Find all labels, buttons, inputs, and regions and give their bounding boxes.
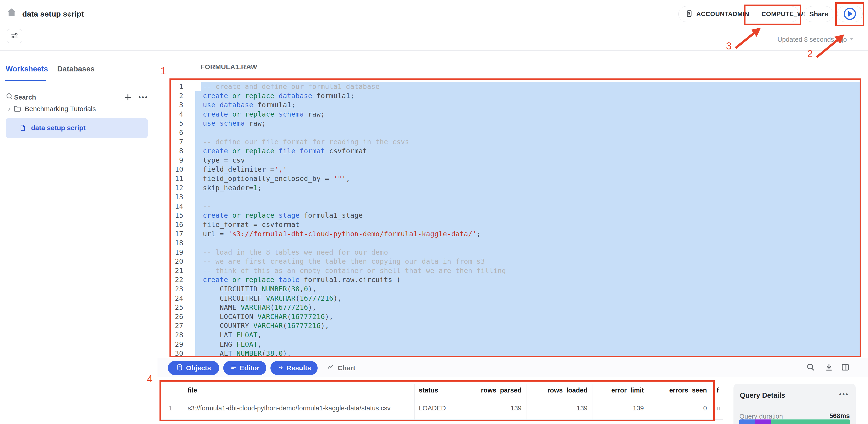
- line-number: 3: [171, 100, 183, 110]
- chevron-right-icon: [7, 106, 12, 113]
- code-line: 11field_optionally_enclosed_by = '"',: [171, 174, 860, 184]
- new-worksheet-button[interactable]: [122, 91, 134, 103]
- table-cell[interactable]: 139: [593, 397, 649, 420]
- line-number: 28: [171, 331, 183, 340]
- split-view-button[interactable]: [839, 362, 851, 374]
- line-number: 14: [171, 202, 183, 211]
- line-number: 24: [171, 294, 183, 303]
- line-number: 27: [171, 321, 183, 331]
- filters-button[interactable]: [7, 29, 22, 43]
- tab-databases[interactable]: Databases: [57, 65, 95, 73]
- sidebar-divider: [0, 81, 157, 81]
- query-duration-value: 568ms: [830, 412, 850, 420]
- role-label: ACCOUNTADMIN: [696, 10, 749, 18]
- table-cell[interactable]: LOADED: [415, 397, 473, 420]
- download-results-button[interactable]: [823, 362, 835, 374]
- database-icon: [176, 364, 183, 372]
- line-number: 22: [171, 275, 183, 285]
- updated-status[interactable]: Updated 8 seconds ago: [777, 36, 847, 43]
- code-line: 16file_format = csvformat: [171, 220, 860, 229]
- line-number: 17: [171, 229, 183, 239]
- code-line: 9type = csv: [171, 156, 860, 165]
- tab-worksheets[interactable]: Worksheets: [6, 65, 48, 73]
- search-icon: [5, 92, 14, 102]
- table-cell[interactable]: n: [712, 397, 723, 420]
- results-header-row: filestatusrows_parsedrows_loadederror_li…: [161, 384, 723, 397]
- role-warehouse-selector[interactable]: ACCOUNTADMIN COMPUTE_WH: [678, 6, 799, 22]
- line-number: 19: [171, 248, 183, 257]
- code-line: 1-- create and define our formula1 datab…: [171, 82, 860, 91]
- line-number: 13: [171, 193, 183, 202]
- chart-toggle[interactable]: Chart: [327, 361, 355, 375]
- line-number: 29: [171, 340, 183, 349]
- editor-code[interactable]: 1-- create and define our formula1 datab…: [171, 80, 860, 356]
- sidebar-item-worksheet-selected[interactable]: data setup script: [6, 118, 148, 138]
- editor-toggle-button[interactable]: Editor: [223, 361, 266, 375]
- chart-line-icon: [327, 363, 335, 373]
- code-line: 18: [171, 238, 860, 248]
- play-icon: [844, 8, 856, 20]
- code-line: 24 CIRCUITREF VARCHAR(16777216),: [171, 294, 860, 303]
- code-line: 22create or replace table formula1.raw.c…: [171, 275, 860, 285]
- code-line: 2create or replace database formula1;: [171, 91, 860, 101]
- more-options-button[interactable]: •••: [137, 91, 150, 103]
- column-header[interactable]: f: [712, 384, 723, 397]
- objects-label: Objects: [186, 364, 211, 372]
- column-header[interactable]: file: [180, 384, 415, 397]
- line-number: 23: [171, 285, 183, 294]
- table-cell[interactable]: 139: [473, 397, 527, 420]
- duration-segment: [739, 420, 755, 424]
- table-row[interactable]: 1s3://formula1-dbt-cloud-python-demo/for…: [161, 397, 723, 420]
- column-header: [161, 384, 180, 397]
- code-line: 6: [171, 128, 860, 137]
- table-cell[interactable]: 139: [527, 397, 593, 420]
- sidebar-item-folder[interactable]: Benchmarking Tutorials: [0, 103, 157, 116]
- line-number: 15: [171, 211, 183, 220]
- database-schema-selector[interactable]: FORMULA1.RAW: [200, 63, 257, 71]
- code-line: 4create or replace schema raw;: [171, 110, 860, 119]
- query-details-menu-button[interactable]: •••: [839, 390, 849, 398]
- code-line: 26 LOCATION VARCHAR(16777216),: [171, 312, 860, 322]
- code-line: 7-- define our file format for reading i…: [171, 137, 860, 147]
- line-number: 26: [171, 312, 183, 322]
- worksheet-search[interactable]: Search •••: [0, 91, 157, 104]
- query-duration-label: Query duration: [739, 413, 783, 420]
- line-number: 16: [171, 220, 183, 229]
- column-header[interactable]: rows_parsed: [473, 384, 527, 397]
- line-number: 30: [171, 349, 183, 356]
- line-number: 1: [171, 82, 183, 91]
- column-header[interactable]: status: [415, 384, 473, 397]
- line-number: 5: [171, 119, 183, 128]
- code-line: 23 CIRCUITID NUMBER(38,0),: [171, 285, 860, 294]
- line-number: 10: [171, 165, 183, 174]
- code-line: 29 LNG FLOAT,: [171, 340, 860, 349]
- code-line: 15create or replace stage formula1_stage: [171, 211, 860, 220]
- worksheet-title[interactable]: data setup script: [22, 9, 84, 19]
- editor-label: Editor: [240, 364, 259, 372]
- home-button[interactable]: [6, 7, 17, 18]
- sliders-icon: [10, 31, 19, 41]
- share-button[interactable]: Share: [804, 6, 833, 22]
- table-cell[interactable]: 0: [649, 397, 712, 420]
- code-line: 10field_delimiter =',': [171, 165, 860, 174]
- search-results-button[interactable]: [805, 362, 817, 374]
- code-line: 28 LAT FLOAT,: [171, 331, 860, 340]
- line-number: 2: [171, 91, 183, 101]
- results-label: Results: [286, 364, 311, 372]
- column-header[interactable]: error_limit: [593, 384, 649, 397]
- code-line: 19-- load in the 8 tables we need for ou…: [171, 248, 860, 257]
- results-toggle-button[interactable]: Results: [271, 361, 318, 375]
- folder-icon: [13, 104, 22, 114]
- table-cell[interactable]: s3://formula1-dbt-cloud-python-demo/form…: [180, 397, 415, 420]
- results-body: 1s3://formula1-dbt-cloud-python-demo/for…: [161, 397, 723, 420]
- code-line: 27 COUNTRY VARCHAR(16777216),: [171, 321, 860, 331]
- run-button[interactable]: [837, 6, 863, 22]
- objects-toggle-button[interactable]: Objects: [168, 361, 219, 375]
- duration-segment: [771, 420, 850, 424]
- column-header[interactable]: rows_loaded: [527, 384, 593, 397]
- line-number: 12: [171, 184, 183, 193]
- query-details-title: Query Details: [740, 391, 785, 399]
- line-number: 4: [171, 110, 183, 119]
- column-header[interactable]: errors_seen: [649, 384, 712, 397]
- role-badge-icon: [685, 9, 693, 19]
